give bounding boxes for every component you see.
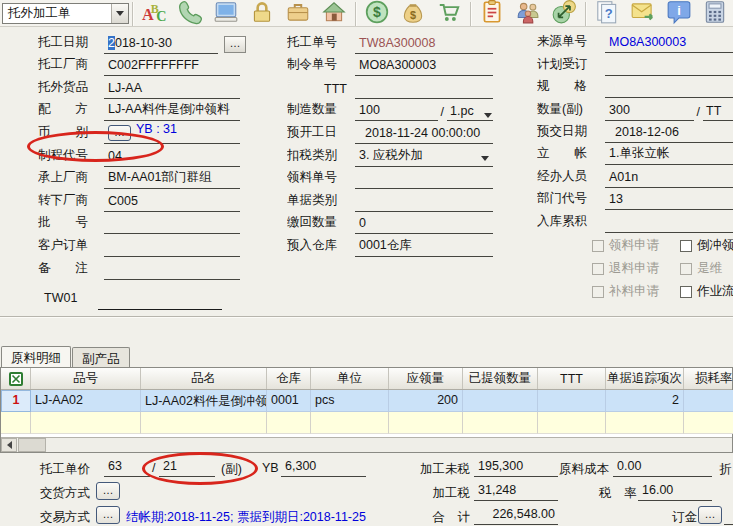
- returned-qty-field[interactable]: 0: [355, 216, 493, 234]
- receiving-warehouse-field[interactable]: 0001仓库: [355, 237, 493, 257]
- info-icon[interactable]: i: [661, 0, 697, 27]
- tw01-field[interactable]: [98, 292, 222, 310]
- col-header-item-name[interactable]: 品名: [141, 368, 267, 389]
- chevron-down-icon[interactable]: [481, 156, 489, 161]
- ttt-field[interactable]: [355, 81, 493, 99]
- phone-icon[interactable]: [172, 0, 208, 27]
- help-doc-icon[interactable]: ?: [589, 0, 625, 27]
- process-code-field[interactable]: 04: [104, 149, 240, 167]
- downstream-vendor-field[interactable]: C005: [104, 194, 240, 212]
- accounting-mode-field[interactable]: 1.单张立帐: [605, 145, 733, 165]
- unit-price-field[interactable]: 63: [104, 458, 150, 477]
- manufacture-unit-field[interactable]: 1.pc: [447, 104, 493, 121]
- col-header-picked-qty[interactable]: 已提领数量: [463, 368, 538, 389]
- col-header-trace-item[interactable]: 单据追踪项次: [606, 368, 684, 389]
- remarks-field[interactable]: [104, 262, 240, 280]
- date-browse-button[interactable]: …: [224, 36, 246, 53]
- ttt-cell[interactable]: [538, 390, 606, 412]
- due-date-field[interactable]: 2018-12-06: [605, 125, 733, 143]
- deposit-ellipsis-button[interactable]: …: [698, 506, 722, 524]
- briefcase-icon[interactable]: [280, 0, 316, 27]
- processing-untaxed-field[interactable]: 195,300: [474, 458, 558, 477]
- abc-icon[interactable]: A B C: [136, 0, 172, 27]
- currency-ellipsis-button[interactable]: …: [108, 125, 131, 141]
- dollar-coin-icon[interactable]: $: [359, 0, 395, 27]
- col-header-warehouse[interactable]: 仓库: [267, 368, 311, 389]
- batch-no-field[interactable]: [104, 216, 240, 234]
- material-request-checkbox[interactable]: [592, 240, 604, 252]
- col-header-item-no[interactable]: 品号: [31, 368, 141, 389]
- upstream-vendor-field[interactable]: BM-AA01部门群组: [104, 169, 240, 189]
- order-date-field[interactable]: 2018-10-30: [104, 36, 218, 54]
- currency-field[interactable]: …YB : 31: [104, 122, 240, 144]
- combobox-dropdown-button[interactable]: [111, 4, 128, 23]
- item-name-cell[interactable]: LJ-AA02料件是倒冲领料: [141, 390, 267, 412]
- department-code-field[interactable]: 13: [605, 192, 733, 210]
- formula-field[interactable]: LJ-AA料件是倒冲领料: [104, 101, 240, 121]
- outsourced-item-field[interactable]: LJ-AA: [104, 81, 240, 99]
- tax-type-dropdown[interactable]: 3. 应税外加: [355, 147, 493, 167]
- col-header-required-qty[interactable]: 应领量: [389, 368, 463, 389]
- col-header-loss-rate[interactable]: 损耗率: [684, 368, 733, 389]
- total-field[interactable]: 226,548.00: [474, 506, 558, 525]
- secondary-qty-field[interactable]: 300: [605, 103, 694, 121]
- handler-field[interactable]: A01n: [605, 170, 733, 188]
- spec-field[interactable]: [605, 80, 733, 98]
- delivery-ellipsis-button[interactable]: …: [96, 482, 120, 500]
- mail-icon[interactable]: [625, 0, 661, 27]
- picked-qty-cell[interactable]: [463, 390, 538, 412]
- picking-order-no-field[interactable]: [355, 171, 493, 189]
- loss-rate-cell[interactable]: [684, 390, 733, 412]
- planned-start-date-field[interactable]: 2018-11-24 00:00:00: [355, 126, 493, 144]
- scroll-left-button[interactable]: [1, 438, 17, 452]
- item-no-cell[interactable]: LJ-AA02: [31, 390, 141, 412]
- col-header-ttt[interactable]: TTT: [538, 368, 606, 389]
- tab-byproducts[interactable]: 副产品: [72, 347, 130, 367]
- clipboard-icon[interactable]: [474, 0, 510, 27]
- doc-type-combobox[interactable]: 托外加工单: [2, 3, 129, 24]
- doc-category-field[interactable]: [355, 194, 493, 212]
- mo-no-field[interactable]: MO8A300003: [355, 58, 493, 76]
- table-row[interactable]: [1, 412, 732, 434]
- material-supplement-checkbox[interactable]: [592, 286, 604, 298]
- warehouse-cell[interactable]: 0001: [267, 390, 311, 412]
- backflush-checkbox[interactable]: [680, 240, 692, 252]
- unit-cell[interactable]: pcs: [311, 390, 389, 412]
- processing-tax-field[interactable]: 31,248: [474, 482, 558, 501]
- money-bag-icon[interactable]: $: [395, 0, 431, 27]
- unit-price-secondary-field[interactable]: 21: [159, 458, 215, 477]
- scrollbar-thumb[interactable]: [18, 438, 46, 452]
- trace-item-cell[interactable]: 2: [606, 390, 684, 412]
- exchange-icon[interactable]: [546, 0, 582, 27]
- workflow-checkbox[interactable]: [680, 286, 692, 298]
- horizontal-scrollbar[interactable]: [1, 437, 732, 452]
- deposit-field[interactable]: [724, 506, 733, 525]
- work-order-no-field[interactable]: TW8A300008: [355, 36, 493, 54]
- material-return-checkbox[interactable]: [592, 263, 604, 275]
- row-number-cell[interactable]: 1: [1, 390, 31, 412]
- trade-ellipsis-button[interactable]: …: [96, 506, 120, 524]
- vendor-field[interactable]: C002FFFFFFFF: [104, 58, 240, 76]
- users-icon[interactable]: [510, 0, 546, 27]
- manufacture-qty-field[interactable]: 100: [355, 103, 438, 121]
- lock-icon[interactable]: [244, 0, 280, 27]
- repair-checkbox[interactable]: [680, 263, 692, 275]
- col-header-unit[interactable]: 单位: [311, 368, 389, 389]
- table-row[interactable]: 1 LJ-AA02 LJ-AA02料件是倒冲领料 0001 pcs 200 2: [1, 390, 732, 412]
- material-cost-field[interactable]: 0.00: [613, 458, 712, 477]
- customer-order-field[interactable]: [104, 239, 240, 257]
- required-qty-cell[interactable]: 200: [389, 390, 463, 412]
- home-icon[interactable]: [316, 0, 352, 27]
- shopping-cart-icon[interactable]: [431, 0, 467, 27]
- planned-order-field[interactable]: [605, 58, 733, 76]
- source-order-no-field[interactable]: MO8A300003: [605, 35, 733, 53]
- tax-rate-field[interactable]: 16.00: [638, 482, 712, 501]
- calculator-icon[interactable]: [697, 0, 733, 27]
- computer-icon[interactable]: [208, 0, 244, 27]
- secondary-unit-field[interactable]: TT: [703, 104, 733, 121]
- currency-amount-field[interactable]: 6,300: [281, 458, 366, 477]
- excel-export-button[interactable]: [1, 368, 31, 389]
- chevron-down-icon[interactable]: [484, 113, 492, 118]
- tab-materials[interactable]: 原料明细: [1, 346, 71, 367]
- warehoused-total-field[interactable]: [605, 215, 733, 233]
